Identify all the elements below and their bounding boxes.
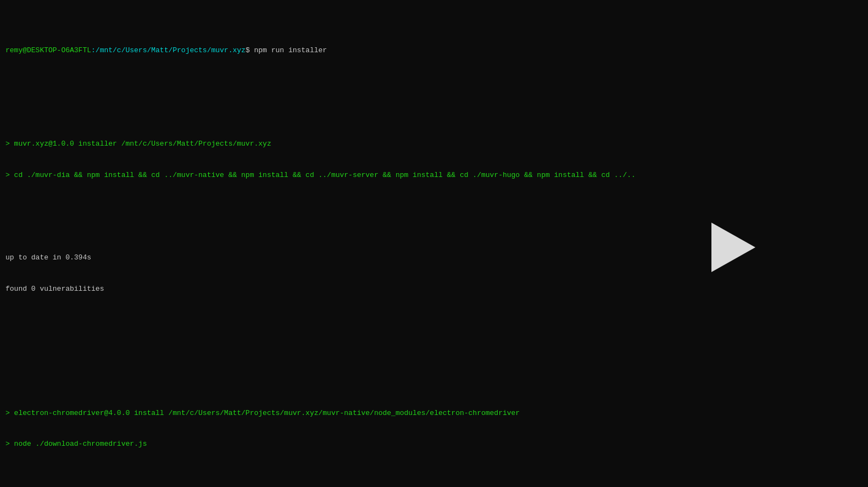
vulnerabilities-line: found 0 vulnerabilities xyxy=(5,284,863,295)
cmd-line-4: > node ./download-chromedriver.js xyxy=(5,439,863,450)
cmd-line-3: > electron-chromedriver@4.0.0 install /m… xyxy=(5,408,863,419)
blank-line-4 xyxy=(5,357,863,367)
blank-line-3 xyxy=(5,325,863,336)
play-button[interactable] xyxy=(703,220,758,275)
blank-line-5 xyxy=(5,481,863,487)
cmd-line-1: > muvr.xyz@1.0.0 installer /mnt/c/Users/… xyxy=(5,139,863,150)
play-triangle-icon xyxy=(711,223,755,272)
prompt-user: remy@DESKTOP-O6A3FTL xyxy=(5,46,91,54)
prompt-dollar: $ xyxy=(246,46,250,54)
blank-line-1 xyxy=(5,87,863,98)
prompt-path: :/mnt/c/Users/Matt/Projects/muvr.xyz xyxy=(91,46,246,54)
cmd-line-2: > cd ./muvr-dia && npm install && cd ../… xyxy=(5,170,863,181)
terminal-line-prompt: remy@DESKTOP-O6A3FTL:/mnt/c/Users/Matt/P… xyxy=(5,46,863,56)
